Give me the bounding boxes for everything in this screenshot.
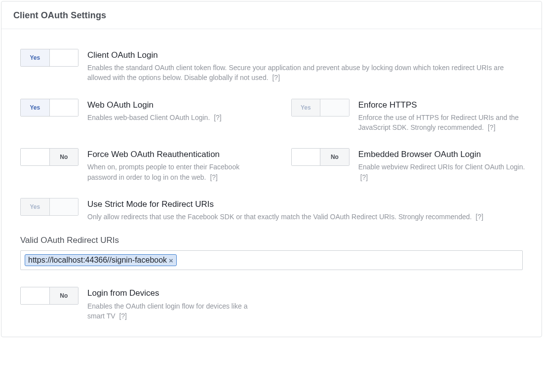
row-client-oauth-login: Yes Client OAuth Login Enables the stand… xyxy=(20,49,523,83)
title-client-oauth-login: Client OAuth Login xyxy=(87,50,523,61)
card-body: Yes Client OAuth Login Enables the stand… xyxy=(1,29,542,337)
card-header: Client OAuth Settings xyxy=(1,1,542,29)
oauth-settings-card: Client OAuth Settings Yes Client OAuth L… xyxy=(1,1,542,337)
desc-embedded-browser: Enable webview Redirect URIs for Client … xyxy=(358,162,533,182)
redirect-uri-text-input[interactable] xyxy=(177,255,518,265)
help-icon[interactable]: [?] xyxy=(476,213,484,221)
desc-client-oauth-login: Enables the standard OAuth client token … xyxy=(87,63,523,83)
toggle-login-devices[interactable]: No xyxy=(20,287,78,305)
desc-enforce-https: Enforce the use of HTTPS for Redirect UR… xyxy=(358,113,533,133)
toggle-yes-label: Yes xyxy=(21,49,50,66)
toggle-client-oauth-login[interactable]: Yes xyxy=(20,49,78,67)
toggle-empty xyxy=(21,149,50,165)
toggle-empty xyxy=(320,99,349,116)
help-icon[interactable]: [?] xyxy=(488,123,496,131)
row-strict-mode: Yes Use Strict Mode for Redirect URIs On… xyxy=(20,198,523,222)
desc-strict-mode: Only allow redirects that use the Facebo… xyxy=(87,212,523,222)
uri-token-text: https://localhost:44366//signin-facebook xyxy=(28,256,167,265)
toggle-empty xyxy=(50,99,78,116)
title-embedded-browser: Embedded Browser OAuth Login xyxy=(358,149,533,160)
redirect-uris-input-box[interactable]: https://localhost:44366//signin-facebook… xyxy=(20,250,523,270)
toggle-web-oauth-login[interactable]: Yes xyxy=(20,99,78,117)
toggle-embedded-browser[interactable]: No xyxy=(291,148,349,166)
desc-login-devices: Enables the OAuth client login flow for … xyxy=(87,301,251,321)
toggle-empty xyxy=(50,49,78,66)
help-icon[interactable]: [?] xyxy=(360,173,368,181)
toggle-yes-label: Yes xyxy=(292,99,321,116)
row-login-devices: No Login from Devices Enables the OAuth … xyxy=(20,287,523,321)
title-force-reauth: Force Web OAuth Reauthentication xyxy=(87,149,262,160)
help-icon[interactable]: [?] xyxy=(214,114,222,121)
title-web-oauth-login: Web OAuth Login xyxy=(87,100,262,111)
desc-web-oauth-login: Enables web-based Client OAuth Login. [?… xyxy=(87,113,262,122)
toggle-empty xyxy=(50,198,78,215)
toggle-no-label: No xyxy=(50,149,78,165)
toggle-force-reauth[interactable]: No xyxy=(20,148,78,166)
card-title: Client OAuth Settings xyxy=(13,10,530,21)
row-web-and-https: Yes Web OAuth Login Enables web-based Cl… xyxy=(20,99,523,133)
desc-force-reauth: When on, prompts people to enter their F… xyxy=(87,162,262,182)
toggle-yes-label: Yes xyxy=(21,198,50,215)
uri-token[interactable]: https://localhost:44366//signin-facebook… xyxy=(25,254,177,266)
toggle-strict-mode: Yes xyxy=(20,198,78,216)
label-redirect-uris: Valid OAuth Redirect URIs xyxy=(20,235,523,245)
help-icon[interactable]: [?] xyxy=(210,173,218,181)
toggle-empty xyxy=(21,287,50,304)
help-icon[interactable]: [?] xyxy=(272,74,280,81)
title-login-devices: Login from Devices xyxy=(87,288,251,299)
toggle-enforce-https: Yes xyxy=(291,99,349,117)
title-strict-mode: Use Strict Mode for Redirect URIs xyxy=(87,199,523,210)
help-icon[interactable]: [?] xyxy=(119,312,127,320)
title-enforce-https: Enforce HTTPS xyxy=(358,100,533,111)
toggle-no-label: No xyxy=(320,149,349,165)
toggle-no-label: No xyxy=(50,287,78,304)
toggle-yes-label: Yes xyxy=(21,99,50,116)
row-reauth-and-embedded: No Force Web OAuth Reauthentication When… xyxy=(20,148,523,182)
toggle-empty xyxy=(292,149,321,165)
remove-token-icon[interactable]: × xyxy=(169,257,173,264)
